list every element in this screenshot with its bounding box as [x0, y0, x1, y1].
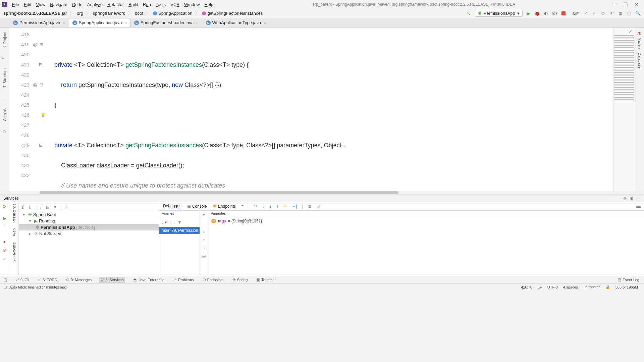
filter-frames-icon[interactable]: ▼ — [177, 220, 182, 225]
tab-debugger[interactable]: Debugger — [162, 202, 181, 210]
search-button[interactable]: 🔍 — [635, 11, 641, 16]
structure-tool-tab[interactable]: 7: Structure — [2, 66, 7, 90]
cursor-position[interactable]: 426:76 — [518, 285, 535, 289]
bottom-javaee[interactable]: ☕Java Enterprise — [131, 277, 166, 283]
close-icon[interactable]: × — [196, 21, 198, 25]
coverage-button[interactable]: ◐ — [543, 11, 549, 16]
commit-tool-tab[interactable]: Commit — [2, 106, 7, 123]
group-icon[interactable]: ⊞ — [46, 205, 50, 210]
tab-springapplication[interactable]: CSpringApplication.java× — [69, 18, 130, 27]
add-service-button[interactable]: + — [65, 205, 68, 210]
menu-help[interactable]: Help — [202, 1, 215, 8]
tree-node-app[interactable]: ✲PermissionsApp [devtools] — [19, 224, 159, 230]
bottom-messages[interactable]: ⊘0: Messages — [65, 277, 93, 283]
menu-file[interactable]: File — [10, 1, 21, 8]
tree-node-running[interactable]: ▾▶Running — [19, 218, 159, 224]
git-update-button[interactable]: ✓ — [583, 11, 588, 16]
drop-frame-icon[interactable]: ⤺ — [283, 204, 287, 209]
tree-node-springboot[interactable]: ▾❀Spring Boot — [19, 211, 159, 218]
menu-build[interactable]: Build — [126, 1, 140, 8]
stop-button[interactable] — [561, 11, 566, 16]
step-over-icon[interactable]: ↷ — [254, 204, 258, 209]
close-icon[interactable]: × — [63, 21, 65, 25]
resume-button[interactable]: ▶ — [3, 216, 6, 221]
collapse-all-icon[interactable]: ⇊ — [29, 205, 32, 210]
close-button[interactable]: ✕ — [635, 2, 639, 7]
persistence-tab[interactable]: Persistence — [12, 203, 16, 222]
bottom-problems[interactable]: ⚠Problems — [172, 277, 195, 283]
inspection-ok-icon[interactable]: ✓ — [614, 29, 634, 34]
tree-node-notstarted[interactable]: ▸⊘Not Started — [19, 230, 159, 237]
menu-window[interactable]: Window — [182, 1, 202, 8]
flag-icon[interactable]: ⚑ — [53, 205, 57, 210]
minimize-icon[interactable]: — — [636, 196, 641, 201]
maximize-button[interactable]: ☐ — [624, 2, 628, 7]
breadcrumb-method[interactable]: getSpringFactoriesInstances — [207, 11, 263, 16]
variable-row[interactable]: P args = {String[0]@1351} — [208, 217, 644, 225]
run-config-selector[interactable]: ❀ PermissionsApp ▾ — [475, 10, 523, 17]
frame-item[interactable]: main:29, Permission — [159, 227, 200, 234]
breakpoints-button[interactable]: ● — [3, 239, 6, 244]
memory-indicator[interactable]: 586 of 1965M — [613, 285, 641, 289]
breadcrumb-class[interactable]: SpringApplication — [158, 11, 192, 16]
tool-windows-icon[interactable]: ▢ — [3, 277, 7, 282]
event-log-button[interactable]: ▤Event Log — [616, 277, 641, 283]
bottom-terminal[interactable]: ▣Terminal — [255, 277, 277, 283]
maven-icon[interactable]: m — [637, 30, 641, 36]
git-branch[interactable]: ⎇ master — [581, 285, 603, 289]
maven-tool-tab[interactable]: Maven — [637, 36, 642, 51]
editor-horizontal-scrollbar[interactable] — [0, 191, 644, 195]
up-icon[interactable]: ▴ — [203, 229, 205, 234]
menu-navigate[interactable]: Navigate — [48, 1, 69, 8]
trace-icon[interactable]: ⊞ — [316, 204, 320, 209]
step-into-icon[interactable]: ↓ — [263, 204, 265, 209]
menu-view[interactable]: View — [34, 1, 47, 8]
tab-permissionsapp[interactable]: CPermissionsApp.java× — [9, 18, 69, 27]
settings-icon[interactable]: ⚙ — [630, 196, 634, 201]
profile-button[interactable]: ⊙▾ — [552, 11, 557, 16]
pause-button[interactable]: ⏸ — [2, 224, 7, 229]
breadcrumb-pkg[interactable]: boot — [135, 11, 143, 16]
close-icon[interactable]: × — [264, 21, 266, 25]
run-to-cursor-icon[interactable]: →| — [292, 204, 297, 209]
next-frame-icon[interactable]: ↓ — [173, 220, 176, 225]
debug-button[interactable]: 🐞 — [535, 11, 540, 16]
copy-icon[interactable]: ⎘ — [203, 246, 205, 251]
prev-frame-icon[interactable]: ↑ — [169, 220, 171, 225]
more-button[interactable]: » — [3, 256, 6, 261]
intention-bulb-icon[interactable]: 💡 — [40, 110, 46, 120]
menu-vcs[interactable]: VCS — [168, 1, 181, 8]
favorites-tab[interactable]: 2: Favorites — [12, 242, 16, 261]
code-editor[interactable]: 418419420 421422423 424425426 427428429 … — [9, 28, 635, 191]
remove-icon[interactable]: − — [203, 220, 205, 225]
run-button[interactable]: ▶ — [526, 11, 531, 16]
project-tool-tab[interactable]: 1: Project — [2, 30, 7, 50]
force-step-into-icon[interactable]: ↓ — [270, 204, 272, 209]
menu-tools[interactable]: Tools — [154, 1, 168, 8]
thread-selector[interactable]: ⌄▾ — [161, 220, 167, 225]
breadcrumb-jar[interactable]: spring-boot-2.2.6.RELEASE.jar — [3, 11, 67, 16]
close-icon[interactable]: × — [124, 21, 126, 25]
down-icon[interactable]: ▾ — [203, 237, 205, 242]
bottom-git[interactable]: ⎇9: Git — [13, 277, 31, 283]
bottom-spring[interactable]: ❀Spring — [231, 277, 249, 283]
glasses-icon[interactable]: 👓 — [201, 254, 207, 259]
rerun-button[interactable]: ⟳ — [3, 204, 6, 209]
encoding[interactable]: UTF-8 — [545, 285, 560, 289]
settings-button[interactable]: ▢ — [627, 11, 632, 16]
editor-minimap[interactable]: ✓ — [613, 28, 635, 191]
menu-refactor[interactable]: Refactor — [105, 1, 126, 8]
bottom-endpoints[interactable]: ⊙Endpoints — [201, 277, 225, 283]
build-icon[interactable]: ↘ — [466, 11, 472, 16]
add-watch-icon[interactable]: + — [203, 212, 205, 217]
menu-code[interactable]: Code — [70, 1, 85, 8]
evaluate-icon[interactable]: ▦ — [308, 204, 312, 209]
git-rollback-button[interactable]: ↶ — [609, 11, 614, 16]
line-separator[interactable]: LF — [535, 285, 545, 289]
menu-analyze[interactable]: Analyze — [85, 1, 105, 8]
expand-all-icon[interactable]: ⇵ — [21, 205, 25, 210]
breadcrumb-pkg[interactable]: org — [77, 11, 83, 16]
tab-webapplicationtype[interactable]: CWebApplicationType.java× — [202, 18, 270, 27]
database-tool-tab[interactable]: Database — [637, 51, 642, 70]
code-content[interactable]: private <T> Collection<T> getSpringFacto… — [48, 28, 613, 191]
